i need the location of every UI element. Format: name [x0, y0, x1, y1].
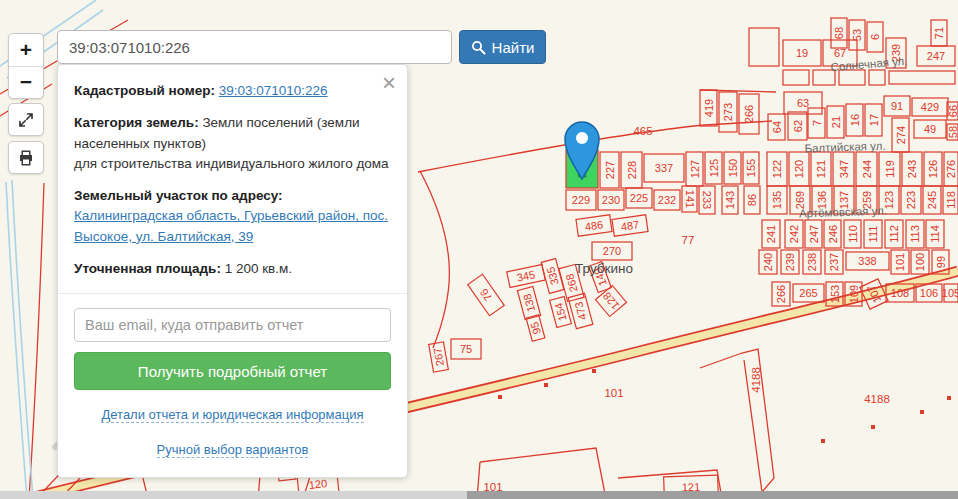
svg-text:62: 62	[792, 120, 804, 132]
svg-text:247: 247	[927, 50, 945, 62]
address-link[interactable]: Калининградская область, Гурьевский райо…	[74, 208, 388, 243]
cadastral-number-link[interactable]: 39:03:071010:226	[219, 83, 328, 98]
svg-text:49: 49	[924, 123, 936, 135]
svg-text:112: 112	[888, 225, 900, 243]
svg-text:232: 232	[658, 194, 676, 206]
close-icon[interactable]: ×	[382, 69, 396, 98]
cadastral-number-row: Кадастровый номер: 39:03:071010:226	[74, 81, 391, 101]
svg-text:108: 108	[891, 287, 909, 299]
svg-text:118: 118	[945, 191, 957, 209]
svg-text:270: 270	[603, 245, 621, 257]
svg-text:114: 114	[929, 225, 941, 243]
svg-text:247: 247	[808, 225, 820, 243]
svg-text:265: 265	[799, 287, 817, 299]
email-field[interactable]	[74, 308, 391, 342]
svg-text:75: 75	[460, 343, 472, 355]
search-button[interactable]: Найти	[459, 30, 546, 64]
svg-text:91: 91	[891, 100, 903, 112]
printer-icon	[17, 149, 35, 167]
svg-text:273: 273	[722, 103, 734, 121]
search-input[interactable]	[57, 30, 452, 64]
svg-text:100: 100	[914, 253, 926, 271]
svg-text:225: 225	[630, 192, 648, 204]
parcel-109[interactable]: 109	[845, 282, 862, 306]
svg-text:122: 122	[771, 160, 783, 178]
zoom-out-button[interactable]: −	[9, 67, 43, 99]
search-button-label: Найти	[492, 39, 535, 56]
svg-text:127: 127	[689, 160, 701, 178]
area-label-4188: 4188	[750, 367, 762, 393]
svg-text:487: 487	[620, 218, 640, 232]
parcel-info-panel: × Кадастровый номер: 39:03:071010:226 Ка…	[57, 64, 408, 478]
svg-text:66: 66	[947, 105, 958, 117]
get-report-button[interactable]: Получить подробный отчет	[74, 352, 391, 390]
svg-text:419: 419	[703, 99, 715, 117]
svg-text:155: 155	[745, 159, 757, 177]
svg-text:113: 113	[909, 225, 921, 243]
svg-text:244: 244	[861, 160, 873, 178]
svg-text:6: 6	[869, 34, 881, 40]
svg-text:125: 125	[708, 159, 720, 177]
parcel-141[interactable]: 141	[682, 186, 697, 212]
svg-text:266: 266	[743, 105, 755, 123]
svg-text:141: 141	[684, 190, 696, 208]
svg-text:111: 111	[867, 226, 879, 243]
svg-text:233: 233	[701, 191, 713, 209]
svg-text:266: 266	[775, 285, 787, 303]
svg-text:243: 243	[906, 160, 918, 178]
svg-text:53: 53	[851, 29, 863, 41]
svg-text:276: 276	[945, 160, 957, 178]
expand-arrows-icon	[17, 111, 35, 129]
horizontal-scrollbar-thumb[interactable]	[467, 491, 958, 499]
zoom-in-button[interactable]: +	[9, 34, 43, 67]
svg-text:230: 230	[602, 194, 620, 206]
svg-text:240: 240	[762, 253, 774, 271]
svg-text:119: 119	[884, 160, 896, 178]
area-label-465: 465	[633, 125, 652, 137]
cadastral-number-label: Кадастровый номер:	[74, 83, 219, 98]
parcel-58[interactable]: 58	[947, 124, 958, 140]
svg-text:105: 105	[942, 287, 958, 299]
svg-text:274: 274	[895, 126, 907, 144]
svg-text:121: 121	[815, 160, 827, 178]
svg-text:153: 153	[829, 285, 841, 303]
parcel-153[interactable]: 153	[826, 282, 843, 306]
svg-text:228: 228	[626, 161, 638, 179]
svg-text:64: 64	[771, 121, 783, 133]
area-label: Уточненная площадь:	[74, 261, 225, 276]
print-button[interactable]	[8, 141, 44, 174]
area-row: Уточненная площадь: 1 200 кв.м.	[74, 259, 391, 279]
svg-text:21: 21	[830, 116, 842, 128]
svg-text:106: 106	[920, 287, 938, 299]
search-icon	[471, 40, 486, 55]
manual-select-link[interactable]: Ручной выбор вариантов	[157, 442, 309, 458]
svg-text:337: 337	[655, 162, 673, 174]
svg-text:150: 150	[727, 159, 739, 177]
svg-text:486: 486	[584, 218, 604, 232]
svg-text:7: 7	[811, 120, 823, 126]
svg-text:223: 223	[905, 191, 917, 209]
svg-text:17: 17	[868, 114, 880, 126]
svg-text:71: 71	[933, 27, 945, 39]
svg-text:227: 227	[604, 161, 616, 179]
svg-text:135: 135	[771, 191, 783, 209]
zoom-controls: + −	[8, 33, 44, 99]
svg-text:126: 126	[927, 160, 939, 178]
horizontal-scrollbar-track[interactable]	[0, 491, 958, 499]
svg-text:120: 120	[308, 477, 328, 491]
fullscreen-button[interactable]	[8, 103, 44, 136]
svg-text:120: 120	[793, 160, 805, 178]
svg-text:110: 110	[847, 225, 859, 243]
area-label-77: 77	[682, 234, 695, 246]
land-category-note: для строительства индивидуального жилого…	[74, 156, 389, 171]
svg-text:238: 238	[806, 253, 818, 271]
place-label: Трубкино	[575, 261, 633, 276]
svg-text:229: 229	[572, 194, 590, 206]
area-label-4188: 4188	[864, 393, 890, 405]
report-details-link[interactable]: Детали отчета и юридическая информация	[101, 407, 363, 423]
svg-text:101: 101	[894, 253, 906, 271]
svg-text:338: 338	[858, 255, 876, 267]
area-value: 1 200 кв.м.	[225, 261, 292, 276]
svg-text:241: 241	[765, 225, 777, 243]
svg-text:239: 239	[784, 253, 796, 271]
